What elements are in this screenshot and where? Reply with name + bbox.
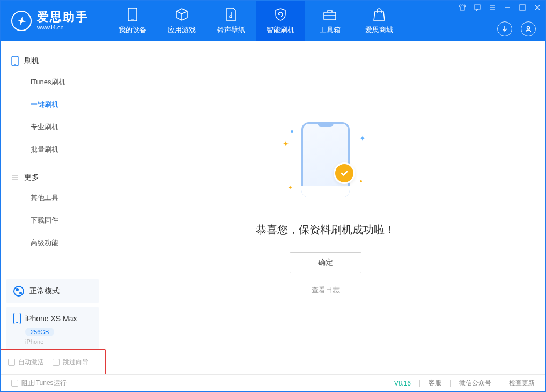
app-url: www.i4.cn	[37, 24, 88, 31]
storage-badge: 256GB	[25, 328, 54, 336]
sidebar-item-batch-flash[interactable]: 批量刷机	[1, 138, 105, 161]
check-badge-icon	[334, 162, 355, 184]
list-icon	[11, 174, 19, 181]
shield-refresh-icon	[274, 7, 287, 22]
checkbox-icon	[11, 380, 18, 387]
device-name: iPhone XS Max	[25, 314, 77, 323]
phone-icon	[13, 313, 21, 324]
sparkle-icon: ✦	[283, 139, 289, 148]
divider	[450, 380, 451, 387]
checkbox-skip-guide[interactable]: 跳过向导	[53, 358, 88, 367]
tab-my-device[interactable]: 我的设备	[108, 1, 157, 41]
phone-illustration	[301, 122, 350, 197]
divider	[500, 380, 500, 387]
sparkle-icon: ✦	[288, 184, 292, 190]
mode-icon	[13, 286, 24, 297]
tab-store[interactable]: 爱思商城	[355, 1, 404, 41]
sidebar-group-flash: 刷机	[1, 51, 105, 71]
body: 刷机 iTunes刷机 一键刷机 专业刷机 批量刷机 更多 其他工具 下载固件 …	[1, 41, 545, 374]
svg-rect-4	[474, 5, 481, 9]
confirm-button[interactable]: 确定	[290, 252, 361, 273]
mode-card[interactable]: 正常模式	[6, 279, 99, 303]
checkbox-icon	[53, 359, 60, 366]
menu-icon[interactable]	[489, 4, 496, 11]
svg-rect-2	[324, 12, 336, 20]
footer-link-wechat[interactable]: 微信公众号	[459, 379, 491, 388]
version-label: V8.16	[394, 380, 411, 387]
feedback-icon[interactable]	[474, 4, 481, 11]
sidebar: 刷机 iTunes刷机 一键刷机 专业刷机 批量刷机 更多 其他工具 下载固件 …	[1, 41, 105, 374]
bag-icon	[373, 7, 386, 22]
logo: 爱思助手 www.i4.cn	[1, 11, 108, 31]
close-button[interactable]	[534, 4, 541, 11]
footer-link-update[interactable]: 检查更新	[509, 379, 535, 388]
checkbox-auto-activate[interactable]: 自动激活	[8, 358, 44, 367]
checkbox-block-itunes[interactable]: 阻止iTunes运行	[11, 379, 67, 388]
app-window: 爱思助手 www.i4.cn 我的设备 应用游戏 铃声壁纸 智能刷机	[0, 0, 546, 392]
phone-icon	[11, 56, 19, 66]
header: 爱思助手 www.i4.cn 我的设备 应用游戏 铃声壁纸 智能刷机	[1, 1, 545, 41]
footer-link-service[interactable]: 客服	[429, 379, 441, 388]
tab-smart-flash[interactable]: 智能刷机	[256, 1, 305, 41]
header-actions	[497, 21, 536, 36]
svg-rect-14	[12, 56, 18, 66]
device-icon	[127, 7, 138, 22]
tab-toolbox[interactable]: 工具箱	[305, 1, 355, 41]
dot-icon	[291, 130, 293, 133]
sidebar-item-itunes-flash[interactable]: iTunes刷机	[1, 71, 105, 93]
divider	[419, 380, 420, 387]
svg-rect-9	[520, 5, 525, 10]
mode-label: 正常模式	[29, 286, 60, 296]
tab-ringtone-wallpaper[interactable]: 铃声壁纸	[206, 1, 256, 41]
success-illustration: ✦ ✦ ✦	[272, 121, 379, 206]
sparkle-icon: ✦	[359, 134, 366, 143]
options-highlight: 自动激活 跳过向导	[1, 349, 106, 374]
dot-icon	[360, 180, 362, 182]
download-button[interactable]	[497, 21, 512, 36]
nav-tabs: 我的设备 应用游戏 铃声壁纸 智能刷机 工具箱 爱思商城	[108, 1, 404, 41]
cube-icon	[175, 7, 189, 22]
app-title: 爱思助手	[37, 11, 88, 24]
skin-icon[interactable]	[459, 4, 466, 11]
device-section: 正常模式 iPhone XS Max 256GB iPhone	[1, 275, 105, 350]
sidebar-item-other-tools[interactable]: 其他工具	[1, 187, 105, 209]
sidebar-item-advanced[interactable]: 高级功能	[1, 232, 105, 254]
success-text: 恭喜您，保资料刷机成功啦！	[256, 223, 395, 237]
maximize-button[interactable]	[519, 4, 526, 11]
device-card[interactable]: iPhone XS Max 256GB iPhone	[6, 307, 99, 350]
music-file-icon	[225, 7, 237, 22]
main-content: ✦ ✦ ✦ 恭喜您，保资料刷机成功啦！ 确定 查看日志	[105, 41, 545, 374]
footer: 阻止iTunes运行 V8.16 客服 微信公众号 检查更新	[1, 374, 545, 391]
checkbox-icon	[8, 359, 15, 366]
sidebar-item-pro-flash[interactable]: 专业刷机	[1, 116, 105, 138]
minimize-button[interactable]	[504, 4, 511, 11]
toolbox-icon	[322, 7, 337, 22]
view-log-link[interactable]: 查看日志	[312, 285, 340, 295]
tab-apps-games[interactable]: 应用游戏	[157, 1, 206, 41]
user-button[interactable]	[521, 21, 536, 36]
svg-rect-1	[131, 19, 134, 20]
svg-point-13	[527, 27, 530, 29]
device-type: iPhone	[25, 338, 92, 345]
sidebar-item-onekey-flash[interactable]: 一键刷机	[1, 93, 105, 116]
sidebar-group-more: 更多	[1, 168, 105, 187]
logo-icon	[11, 11, 32, 31]
window-controls	[459, 4, 541, 11]
sidebar-item-download-firmware[interactable]: 下载固件	[1, 209, 105, 232]
